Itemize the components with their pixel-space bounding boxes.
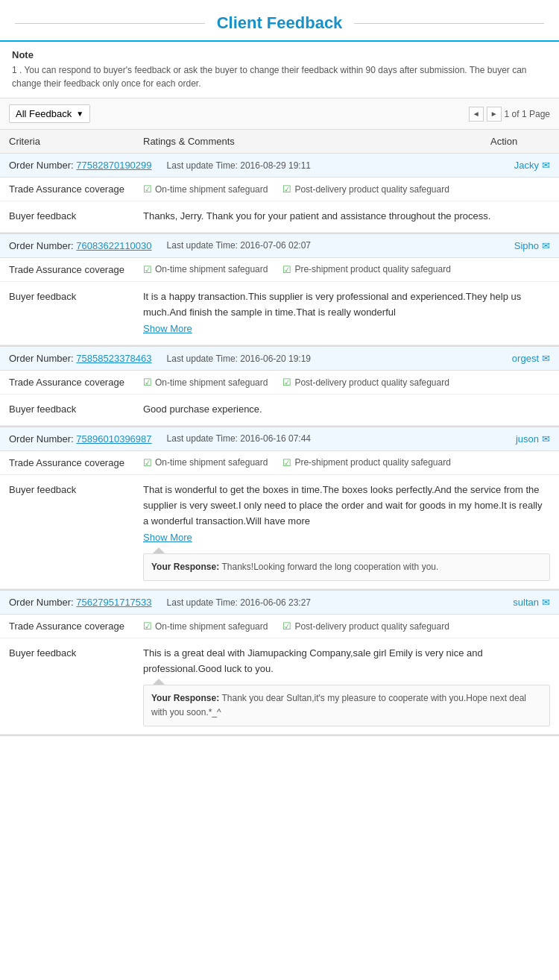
coverage-row: Trade Assurance coverage☑On-time shipmen… <box>0 451 559 475</box>
coverage-text: On-time shipment safeguard <box>155 377 268 388</box>
feedback-label: Buyer feedback <box>9 646 143 726</box>
coverage-item: ☑Post-delivery product quality safeguard <box>282 377 449 388</box>
feedback-content: It is a happy transaction.This supplier … <box>143 289 550 337</box>
col-action: Action <box>490 136 550 147</box>
feedback-row: Buyer feedbackGood purchase experience. <box>0 395 559 426</box>
check-icon: ☑ <box>282 457 291 468</box>
order-number-link[interactable]: 77582870190299 <box>76 160 151 171</box>
show-more-link[interactable]: Show More <box>143 321 550 337</box>
check-icon: ☑ <box>282 183 291 195</box>
feedback-row: Buyer feedbackThat is wonderful to get t… <box>0 475 559 589</box>
order-number-label: Order Number: 76083622110030 <box>9 240 152 251</box>
order-number-label: Order Number: 75858523378463 <box>9 353 152 364</box>
page-header: Client Feedback <box>0 0 559 42</box>
filter-button[interactable]: All Feedback ▼ <box>9 104 90 123</box>
order-update-time: Last update Time: 2016-06-06 23:27 <box>167 597 311 608</box>
page-title: Client Feedback <box>205 13 355 33</box>
response-text: Thanks!Looking forward the long cooperat… <box>221 562 438 572</box>
order-row: Order Number: 75627951717533Last update … <box>0 591 559 615</box>
order-number-label: Order Number: 75896010396987 <box>9 433 152 445</box>
coverage-items: ☑On-time shipment safeguard☑Post-deliver… <box>143 377 550 388</box>
coverage-row: Trade Assurance coverage☑On-time shipmen… <box>0 258 559 282</box>
buyer-name: juson <box>516 433 539 445</box>
coverage-label: Trade Assurance coverage <box>9 621 143 632</box>
coverage-item: ☑On-time shipment safeguard <box>143 377 268 388</box>
mail-icon[interactable]: ✉ <box>542 160 550 171</box>
dropdown-arrow-icon: ▼ <box>76 110 83 118</box>
caret-inner-icon <box>160 542 170 547</box>
order-number-label: Order Number: 75627951717533 <box>9 597 152 608</box>
feedback-row: Buyer feedbackIt is a happy transaction.… <box>0 282 559 345</box>
check-icon: ☑ <box>143 377 152 388</box>
orders-list: Order Number: 77582870190299Last update … <box>0 154 559 736</box>
note-section: Note 1 . You can respond to buyer's feed… <box>0 42 559 98</box>
order-buyer: juson✉ <box>516 433 550 445</box>
feedback-content: This is a great deal with Jiamupacking C… <box>143 646 550 726</box>
header-line-left <box>15 23 205 24</box>
note-label: Note <box>12 49 547 60</box>
order-number-link[interactable]: 75896010396987 <box>76 433 151 445</box>
order-buyer: Jacky✉ <box>514 160 550 171</box>
buyer-name: orgest <box>512 353 539 364</box>
order-row: Order Number: 75896010396987Last update … <box>0 427 559 451</box>
feedback-content: Thanks, Jerry. Thank you for your patien… <box>143 209 550 224</box>
coverage-text: Pre-shipment product quality safeguard <box>294 264 450 274</box>
check-icon: ☑ <box>143 457 152 468</box>
mail-icon[interactable]: ✉ <box>542 240 550 251</box>
check-icon: ☑ <box>143 621 152 632</box>
mail-icon[interactable]: ✉ <box>542 353 550 364</box>
order-number-link[interactable]: 76083622110030 <box>76 240 151 251</box>
feedback-label: Buyer feedback <box>9 483 143 581</box>
coverage-text: On-time shipment safeguard <box>155 184 268 195</box>
mail-icon[interactable]: ✉ <box>542 597 550 608</box>
col-criteria: Criteria <box>9 136 143 147</box>
coverage-items: ☑On-time shipment safeguard☑Post-deliver… <box>143 183 550 195</box>
coverage-item: ☑Pre-shipment product quality safeguard <box>282 457 450 468</box>
caret-inner-icon <box>160 673 170 679</box>
order-row: Order Number: 76083622110030Last update … <box>0 234 559 258</box>
feedback-text: Good purchase experience. <box>143 403 262 415</box>
order-block: Order Number: 75896010396987Last update … <box>0 427 559 591</box>
filter-label: All Feedback <box>16 108 72 119</box>
order-update-time: Last update Time: 2016-06-20 19:19 <box>167 354 311 364</box>
show-more-link[interactable]: Show More <box>143 530 550 546</box>
header-line-right <box>354 23 544 24</box>
order-update-time: Last update Time: 2016-07-06 02:07 <box>167 240 311 251</box>
feedback-label: Buyer feedback <box>9 209 143 224</box>
order-block: Order Number: 75858523378463Last update … <box>0 347 559 427</box>
response-label: Your Response: <box>151 562 221 572</box>
coverage-item: ☑On-time shipment safeguard <box>143 621 268 632</box>
buyer-name: Jacky <box>514 160 539 171</box>
feedback-text: That is wonderful to get the boxes in ti… <box>143 484 542 527</box>
coverage-item: ☑Post-delivery product quality safeguard <box>282 183 449 195</box>
toolbar: All Feedback ▼ ◄ ► 1 of 1 Page <box>0 98 559 130</box>
coverage-item: ☑Pre-shipment product quality safeguard <box>282 264 450 275</box>
coverage-items: ☑On-time shipment safeguard☑Post-deliver… <box>143 621 550 632</box>
order-number-label: Order Number: 77582870190299 <box>9 160 152 171</box>
feedback-label: Buyer feedback <box>9 289 143 337</box>
coverage-label: Trade Assurance coverage <box>9 457 143 468</box>
mail-icon[interactable]: ✉ <box>542 433 550 445</box>
coverage-items: ☑On-time shipment safeguard☑Pre-shipment… <box>143 264 550 275</box>
next-page-button[interactable]: ► <box>487 107 502 122</box>
order-number-link[interactable]: 75858523378463 <box>76 353 151 364</box>
pagination-text: 1 of 1 Page <box>505 109 550 119</box>
coverage-item: ☑On-time shipment safeguard <box>143 457 268 468</box>
response-box: Your Response: Thank you dear Sultan,it'… <box>143 685 550 726</box>
prev-page-button[interactable]: ◄ <box>469 107 484 122</box>
coverage-items: ☑On-time shipment safeguard☑Pre-shipment… <box>143 457 550 468</box>
coverage-item: ☑Post-delivery product quality safeguard <box>282 621 449 632</box>
order-update-time: Last update Time: 2016-06-16 07:44 <box>167 433 311 444</box>
check-icon: ☑ <box>282 621 291 632</box>
order-buyer: orgest✉ <box>512 353 550 364</box>
order-row: Order Number: 77582870190299Last update … <box>0 154 559 178</box>
response-label: Your Response: <box>151 693 221 703</box>
order-buyer: Sipho✉ <box>514 240 550 251</box>
coverage-label: Trade Assurance coverage <box>9 377 143 388</box>
order-buyer: sultan✉ <box>513 597 550 608</box>
order-number-link[interactable]: 75627951717533 <box>76 597 151 608</box>
coverage-text: On-time shipment safeguard <box>155 264 268 274</box>
order-block: Order Number: 77582870190299Last update … <box>0 154 559 234</box>
coverage-item: ☑On-time shipment safeguard <box>143 264 268 275</box>
buyer-name: sultan <box>513 597 539 608</box>
